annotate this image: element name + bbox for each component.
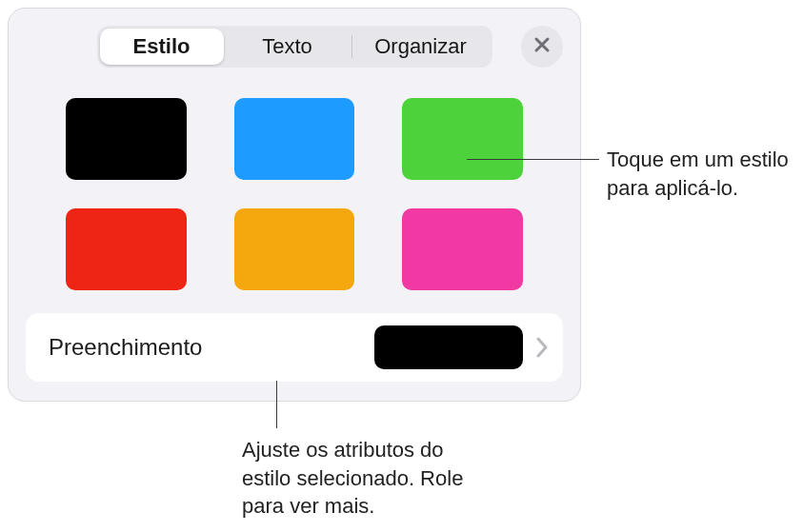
- style-swatch[interactable]: [402, 98, 523, 180]
- close-button[interactable]: [521, 26, 563, 68]
- chevron-right-icon: [536, 337, 548, 358]
- format-panel: Estilo Texto Organizar Preenchiment: [8, 8, 581, 402]
- fill-color-preview: [374, 325, 523, 369]
- fill-row[interactable]: Preenchimento: [26, 313, 563, 382]
- style-swatch-grid: [9, 68, 580, 290]
- panel-header: Estilo Texto Organizar: [9, 9, 580, 68]
- tab-organizar[interactable]: Organizar: [352, 29, 490, 65]
- style-swatch[interactable]: [66, 98, 187, 180]
- callout-leader-line: [467, 159, 599, 160]
- style-swatch[interactable]: [402, 208, 523, 290]
- segmented-control: Estilo Texto Organizar: [97, 26, 492, 68]
- style-swatch[interactable]: [234, 98, 355, 180]
- tab-estilo-label: Estilo: [133, 34, 191, 59]
- close-icon: [532, 35, 552, 58]
- tab-organizar-label: Organizar: [374, 34, 467, 59]
- fill-label: Preenchimento: [49, 334, 374, 361]
- callout-leader-line: [276, 381, 277, 428]
- tab-estilo[interactable]: Estilo: [100, 29, 224, 65]
- callout-text: Ajuste os atributos do estilo selecionad…: [242, 436, 490, 521]
- tab-texto[interactable]: Texto: [224, 29, 351, 65]
- tab-texto-label: Texto: [262, 34, 312, 59]
- style-swatch[interactable]: [234, 208, 355, 290]
- style-swatch[interactable]: [66, 208, 187, 290]
- callout-text: Toque em um estilo para aplicá-lo.: [607, 146, 797, 202]
